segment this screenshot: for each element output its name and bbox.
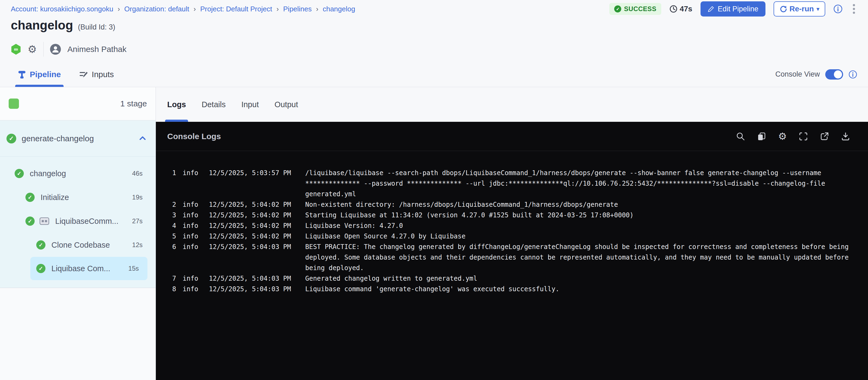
tab-inputs-label: Inputs — [92, 70, 114, 79]
execution-meta-row: ∞ ⚙ Animesh Pathak — [0, 37, 868, 62]
step-duration: 15s — [128, 265, 139, 272]
duration-display: 47s — [670, 5, 692, 13]
stage-label: generate-changelog — [22, 134, 94, 143]
log-level: info — [183, 284, 203, 294]
log-message: Liquibase command 'generate-changelog' w… — [305, 284, 861, 294]
console-title: Console Logs — [167, 132, 221, 141]
step-duration: 46s — [132, 170, 143, 177]
console-view-label: Console View — [775, 70, 820, 79]
title-row: changelog (Build Id: 3) — [0, 18, 868, 37]
log-timestamp: 12/5/2025, 5:03:57 PM — [209, 168, 299, 200]
avatar — [50, 44, 61, 55]
log-line: 8info12/5/2025, 5:04:03 PMLiquibase comm… — [168, 284, 861, 294]
log-level: info — [183, 168, 203, 200]
duration-value: 47s — [680, 5, 692, 13]
rerun-button[interactable]: Re-run ▾ — [774, 1, 825, 17]
tab-pipeline-label: Pipeline — [30, 70, 61, 79]
edit-pipeline-button[interactable]: Edit Pipeline — [701, 1, 766, 17]
step-label: Clone Codebase — [52, 241, 110, 250]
log-message: Starting Liquibase at 11:34:02 (version … — [305, 210, 861, 221]
vertical-divider — [43, 42, 43, 57]
top-actions: ✓ SUCCESS 47s Edit Pipeline Re-run — [609, 1, 857, 17]
stage-success-icon: ✓ — [6, 134, 16, 143]
log-line: 3info12/5/2025, 5:04:02 PMStarting Liqui… — [168, 210, 861, 221]
log-line-number: 2 — [168, 200, 176, 210]
pencil-icon — [708, 5, 715, 12]
chevron-up-icon[interactable] — [140, 136, 146, 141]
log-message: Non-existent directory: /harness/dbops/L… — [305, 200, 861, 210]
tab-inputs[interactable]: Inputs — [78, 62, 116, 87]
log-line: 6info12/5/2025, 5:04:03 PMBEST PRACTICE:… — [168, 242, 861, 273]
step-row-liquibase-command-selected[interactable]: ✓ Liquibase Com... 15s — [30, 257, 148, 280]
log-output: 1info12/5/2025, 5:03:57 PM/liquibase/liq… — [156, 151, 868, 380]
log-line-number: 1 — [168, 168, 176, 200]
stage-status-square — [9, 98, 19, 109]
step-row-initialize[interactable]: ✓ Initialize 19s — [0, 185, 156, 209]
console-view-info-icon[interactable] — [848, 70, 857, 79]
edit-pipeline-label: Edit Pipeline — [718, 5, 758, 13]
settings-gear-icon[interactable]: ⚙ — [778, 131, 787, 141]
log-level: info — [183, 221, 203, 231]
log-line-number: 7 — [168, 273, 176, 284]
breadcrumb-pipelines[interactable]: Pipelines — [283, 5, 312, 13]
page-title: changelog — [11, 18, 73, 32]
search-icon[interactable] — [736, 132, 745, 141]
tab-details[interactable]: Details — [202, 87, 226, 122]
console-panel: Console Logs ⚙ — [156, 122, 868, 380]
log-timestamp: 12/5/2025, 5:04:03 PM — [209, 284, 299, 294]
step-row-changelog[interactable]: ✓ changelog 46s — [0, 162, 156, 185]
breadcrumb-separator: › — [193, 5, 196, 13]
stage-row-generate-changelog[interactable]: ✓ generate-changelog — [0, 120, 156, 157]
step-success-icon: ✓ — [36, 240, 45, 250]
log-line: 4info12/5/2025, 5:04:02 PMLiquibase Vers… — [168, 221, 861, 231]
step-row-liquibase-command-group[interactable]: ✓ LiquibaseComm... 27s — [0, 209, 156, 233]
sidebar-empty-area — [0, 288, 156, 380]
breadcrumb-project[interactable]: Project: Default Project — [200, 5, 272, 13]
step-duration: 12s — [132, 241, 143, 249]
console-section: Logs Details Input Output Console Logs — [156, 87, 868, 380]
step-row-clone-codebase[interactable]: ✓ Clone Codebase 12s — [0, 233, 156, 257]
gear-icon[interactable]: ⚙ — [28, 44, 37, 54]
copy-icon[interactable] — [757, 132, 766, 141]
log-level: info — [183, 242, 203, 273]
more-options-menu[interactable] — [851, 3, 857, 15]
top-bar: Account: kurosakiichigo.songoku › Organi… — [0, 0, 868, 18]
log-message: BEST PRACTICE: The changelog generated b… — [305, 242, 861, 273]
log-line-number: 6 — [168, 242, 176, 273]
log-line-number: 4 — [168, 221, 176, 231]
harness-ci-icon: ∞ — [11, 43, 21, 55]
breadcrumb: Account: kurosakiichigo.songoku › Organi… — [11, 5, 355, 13]
step-success-icon: ✓ — [25, 193, 35, 202]
tab-input[interactable]: Input — [241, 87, 259, 122]
stage-count-row: 1 stage — [0, 87, 156, 120]
log-line: 2info12/5/2025, 5:04:02 PMNon-existent d… — [168, 200, 861, 210]
tab-output[interactable]: Output — [274, 87, 298, 122]
console-toolbar: ⚙ — [736, 131, 850, 141]
open-external-icon[interactable] — [820, 132, 829, 141]
view-tabs: Pipeline Inputs Console View — [0, 62, 868, 87]
log-timestamp: 12/5/2025, 5:04:02 PM — [209, 200, 299, 210]
info-icon[interactable] — [833, 4, 843, 13]
step-duration: 27s — [132, 217, 143, 225]
log-line: 7info12/5/2025, 5:04:03 PMGenerated chan… — [168, 273, 861, 284]
fullscreen-icon[interactable] — [799, 132, 808, 141]
log-timestamp: 12/5/2025, 5:04:03 PM — [209, 242, 299, 273]
log-message: Liquibase Open Source 4.27.0 by Liquibas… — [305, 231, 861, 242]
step-duration: 19s — [132, 194, 143, 201]
pipeline-execution-page: Account: kurosakiichigo.songoku › Organi… — [0, 0, 868, 380]
stage-count-label: 1 stage — [120, 99, 147, 108]
breadcrumb-pipeline-name[interactable]: changelog — [323, 5, 355, 13]
tab-logs[interactable]: Logs — [167, 87, 186, 122]
console-view-toggle[interactable] — [825, 69, 843, 80]
log-level: info — [183, 273, 203, 284]
breadcrumb-separator: › — [277, 5, 279, 13]
log-message: Generated changelog written to generated… — [305, 273, 861, 284]
stage-section: ✓ generate-changelog ✓ changelog 46s ✓ I… — [0, 120, 156, 288]
tab-pipeline[interactable]: Pipeline — [16, 62, 62, 87]
log-line-number: 5 — [168, 231, 176, 242]
download-icon[interactable] — [841, 132, 850, 141]
breadcrumb-organization[interactable]: Organization: default — [124, 5, 189, 13]
breadcrumb-account[interactable]: Account: kurosakiichigo.songoku — [11, 5, 113, 13]
console-tabs: Logs Details Input Output — [156, 87, 868, 122]
step-success-icon: ✓ — [36, 264, 45, 273]
